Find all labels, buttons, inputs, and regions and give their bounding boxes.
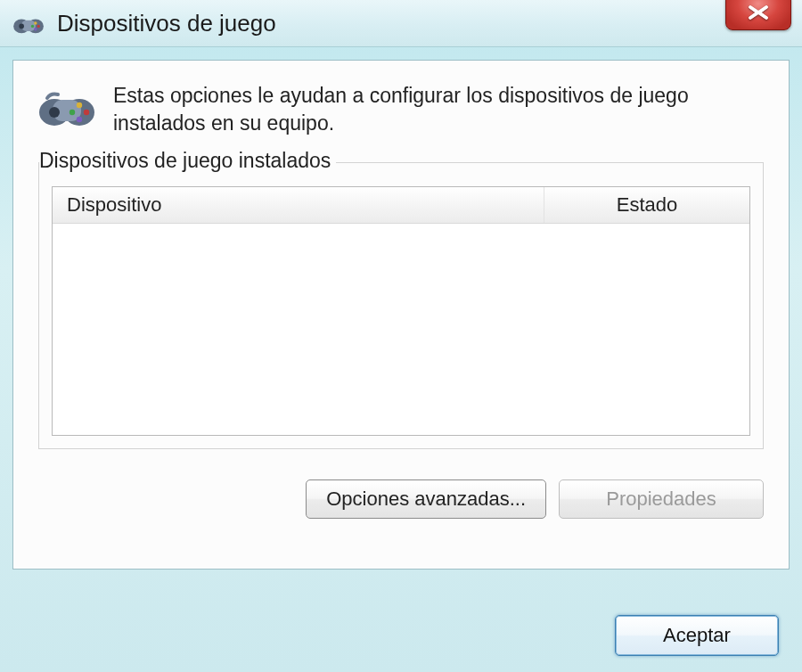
svg-point-11 (49, 107, 60, 118)
gamepad-icon (12, 11, 45, 36)
column-header-status[interactable]: Estado (544, 187, 749, 223)
installed-devices-group: Dispositivos de juego instalados Disposi… (38, 162, 764, 449)
svg-point-12 (77, 102, 82, 108)
svg-point-7 (34, 28, 37, 30)
dialog-footer: Aceptar (615, 615, 779, 656)
advanced-options-button[interactable]: Opciones avanzadas... (306, 479, 546, 519)
svg-point-13 (84, 110, 89, 115)
group-label: Dispositivos de juego instalados (39, 149, 336, 173)
window-title: Dispositivos de juego (57, 10, 276, 37)
svg-point-3 (19, 24, 24, 29)
intro-row: Estas opciones le ayudan a configurar lo… (38, 82, 764, 137)
list-header: Dispositivo Estado (53, 187, 749, 224)
dialog-body: Estas opciones le ayudan a configurar lo… (12, 60, 790, 570)
svg-point-5 (37, 25, 40, 28)
close-button[interactable] (725, 0, 791, 30)
list-body[interactable] (53, 224, 749, 436)
svg-point-14 (70, 110, 75, 115)
svg-point-4 (34, 21, 37, 24)
titlebar: Dispositivos de juego (0, 0, 802, 47)
properties-button: Propiedades (559, 479, 764, 519)
svg-point-15 (77, 117, 82, 122)
intro-text: Estas opciones le ayudan a configurar lo… (113, 82, 764, 137)
gamepad-icon (38, 84, 95, 130)
accept-button[interactable]: Aceptar (615, 615, 779, 656)
svg-point-6 (31, 25, 34, 28)
column-header-device[interactable]: Dispositivo (53, 187, 544, 223)
panel-button-row: Opciones avanzadas... Propiedades (38, 479, 764, 519)
device-list[interactable]: Dispositivo Estado (52, 186, 750, 436)
close-icon (747, 5, 770, 23)
